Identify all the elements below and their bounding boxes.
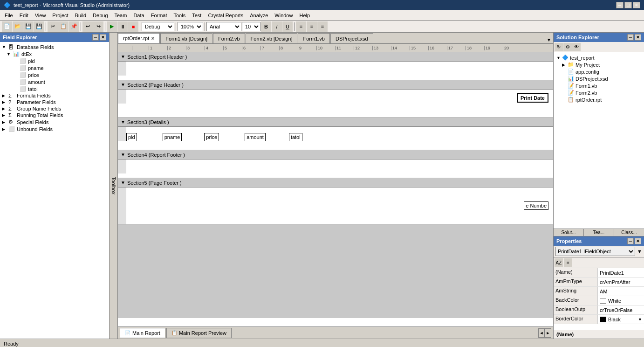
parameter-fields-node[interactable]: ▶ ? Parameter Fields: [0, 99, 109, 105]
sol-item-app-config[interactable]: 📄 app.config: [555, 68, 642, 75]
sol-item-form2[interactable]: 📝 Form2.vb: [555, 89, 642, 96]
close-button[interactable]: ✕: [633, 2, 640, 8]
field-amount-detail[interactable]: amount: [245, 133, 266, 141]
price-field[interactable]: ⬜ price: [0, 71, 109, 78]
tab-rptorder[interactable]: rptOrder.rpt ✕: [118, 33, 160, 43]
dtex-node[interactable]: ▼ 📊 dtEx: [0, 50, 109, 57]
prop-category-btn[interactable]: ≡: [564, 258, 572, 267]
prop-value-amstring[interactable]: AM: [598, 287, 644, 296]
menu-build[interactable]: Build: [72, 12, 89, 19]
formula-fields-node[interactable]: ▶ Σ Formula Fields: [0, 92, 109, 99]
tab-form1-design[interactable]: Form1.vb [Design]: [160, 33, 212, 43]
underline-button[interactable]: U: [282, 21, 293, 32]
section1-body[interactable]: [126, 62, 553, 76]
properties-selector[interactable]: PrintDate1 IFieldObject: [555, 247, 635, 256]
prop-value-backcolor[interactable]: White: [598, 296, 644, 305]
pause-button[interactable]: ⏸: [117, 21, 128, 32]
align-left-button[interactable]: ≡: [296, 21, 306, 32]
section5-body[interactable]: e Numbe: [126, 187, 553, 224]
section4-toggle[interactable]: ▼: [121, 152, 125, 157]
section5-toggle[interactable]: ▼: [121, 180, 125, 185]
sol-item-rptorder[interactable]: 📋 rptOrder.rpt: [555, 96, 642, 103]
prop-value-name[interactable]: PrintDate1: [598, 268, 644, 277]
italic-button[interactable]: I: [272, 21, 282, 32]
menu-data[interactable]: Data: [130, 12, 147, 19]
scroll-left-button[interactable]: ◄: [538, 328, 545, 338]
copy-button[interactable]: 📋: [58, 21, 69, 32]
bottom-tab-main-report[interactable]: 📄 Main Report: [120, 328, 165, 338]
print-date-box[interactable]: Print Date: [517, 93, 548, 103]
minimize-button[interactable]: ─: [616, 2, 623, 8]
section2-header[interactable]: ▼ Section2 (Page Header ): [118, 80, 553, 90]
sol-props-btn[interactable]: ⚙: [563, 43, 572, 51]
sol-item-dsproject[interactable]: 📊 DSProject.xsd: [555, 75, 642, 82]
menu-view[interactable]: View: [32, 12, 49, 19]
pid-field[interactable]: ⬜ pid: [0, 57, 109, 64]
right-tab-team[interactable]: Tea...: [584, 229, 614, 236]
field-price-detail[interactable]: price: [204, 133, 219, 141]
save-all-button[interactable]: 💾: [34, 21, 44, 32]
menu-team[interactable]: Team: [112, 12, 130, 19]
field-pname-detail[interactable]: pname: [163, 133, 182, 141]
menu-edit[interactable]: Edit: [17, 12, 31, 19]
menu-window[interactable]: Window: [272, 12, 295, 19]
font-family-selector[interactable]: Arial: [206, 22, 241, 31]
amount-field[interactable]: ⬜ amount: [0, 78, 109, 85]
paste-button[interactable]: 📌: [69, 21, 79, 32]
section1-toggle[interactable]: ▼: [121, 54, 125, 59]
tab-form2[interactable]: Form2.vb: [213, 33, 245, 43]
save-button[interactable]: 💾: [23, 21, 34, 32]
menu-crystal[interactable]: Crystal Reports: [205, 12, 246, 19]
section4-body[interactable]: [126, 160, 553, 174]
stop-button[interactable]: ■: [128, 21, 138, 32]
sol-item-test-report[interactable]: ▼ 🔷 test_report: [555, 54, 642, 61]
panel-close-button[interactable]: ✕: [100, 34, 106, 41]
running-total-fields-node[interactable]: ▶ Σ Running Total Fields: [0, 112, 109, 118]
section5-header[interactable]: ▼ Section5 (Page Footer ): [118, 178, 553, 187]
tab-close-icon[interactable]: ✕: [151, 36, 155, 41]
run-button[interactable]: ▶: [107, 21, 117, 32]
section3-header[interactable]: ▼ Section3 (Details ): [118, 118, 553, 127]
field-page-number[interactable]: e Numbe: [524, 201, 548, 210]
section2-body[interactable]: Print Date pid pnam: [126, 90, 553, 104]
sol-item-my-project[interactable]: ▶ 📁 My Project: [555, 61, 642, 68]
tab-form2-design[interactable]: Form2.vb [Design]: [246, 33, 298, 43]
prop-close-button[interactable]: ✕: [635, 238, 641, 244]
menu-analyze[interactable]: Analyze: [247, 12, 271, 19]
menu-help[interactable]: Help: [296, 12, 313, 19]
prop-value-bordercolor[interactable]: Black ▼: [598, 315, 644, 324]
bold-button[interactable]: B: [261, 21, 271, 32]
sol-show-all-btn[interactable]: 👁: [572, 43, 581, 51]
pname-field[interactable]: ⬜ pname: [0, 64, 109, 71]
redo-button[interactable]: ↪: [93, 21, 103, 32]
menu-project[interactable]: Project: [49, 12, 71, 19]
panel-pin-button[interactable]: ─: [92, 34, 99, 41]
align-right-button[interactable]: ≡: [317, 21, 328, 32]
bordercolor-dropdown-icon[interactable]: ▼: [638, 317, 642, 322]
debug-selector[interactable]: Debug: [142, 22, 174, 31]
open-button[interactable]: 📂: [13, 21, 23, 32]
sol-close-button[interactable]: ✕: [635, 34, 641, 41]
prop-value-ampmtype[interactable]: crAmPmAfter: [598, 278, 644, 286]
section2-toggle[interactable]: ▼: [121, 82, 125, 87]
bottom-tab-main-report-preview[interactable]: 📋 Main Report Preview: [166, 328, 232, 338]
field-pid-detail[interactable]: pid: [126, 133, 137, 141]
section4-header[interactable]: ▼ Section4 (Report Footer ): [118, 150, 553, 160]
restore-button[interactable]: □: [624, 2, 632, 8]
special-fields-node[interactable]: ▶ ⚙ Special Fields: [0, 118, 109, 125]
menu-tools[interactable]: Tools: [171, 12, 189, 19]
unbound-fields-node[interactable]: ▶ ⬜ Unbound Fields: [0, 125, 109, 132]
section1-header[interactable]: ▼ Section1 (Report Header ): [118, 52, 553, 62]
menu-test[interactable]: Test: [189, 12, 204, 19]
section3-body[interactable]: pid pname price amount: [126, 127, 553, 141]
prop-pin-button[interactable]: ─: [627, 238, 634, 244]
menu-debug[interactable]: Debug: [90, 12, 110, 19]
database-fields-node[interactable]: ▼ 🗄 Database Fields: [0, 44, 109, 50]
sol-item-form1[interactable]: 📝 Form1.vb: [555, 82, 642, 89]
tab-form1[interactable]: Form1.vb: [298, 33, 329, 43]
tatol-field[interactable]: ⬜ tatol: [0, 85, 109, 92]
toolbox-tab[interactable]: Toolbox: [110, 33, 118, 339]
right-tab-class[interactable]: Class...: [614, 229, 644, 236]
tab-dropdown-button[interactable]: ▼: [545, 36, 553, 43]
menu-file[interactable]: File: [2, 12, 16, 19]
